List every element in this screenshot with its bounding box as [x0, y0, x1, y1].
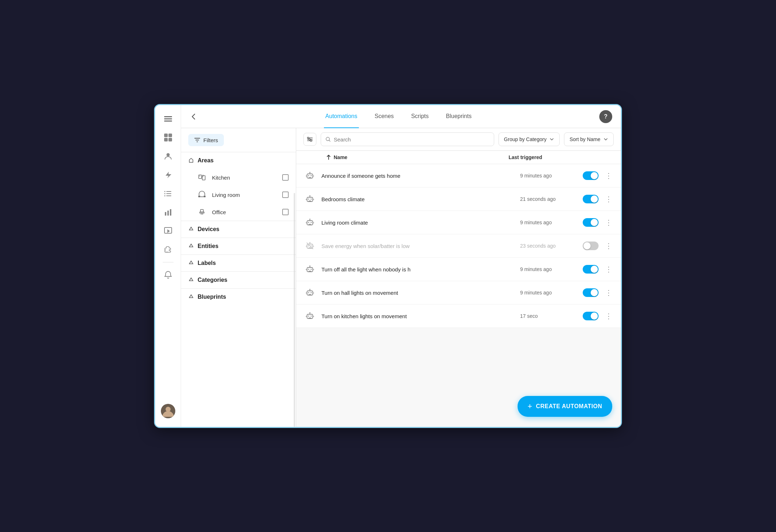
search-box[interactable]: [321, 132, 494, 146]
more-options-button[interactable]: ⋮: [604, 218, 614, 227]
filters-button[interactable]: Filters: [188, 134, 224, 146]
office-checkbox[interactable]: [282, 209, 289, 215]
automation-name: Living room climate: [321, 220, 515, 226]
svg-rect-14: [165, 212, 166, 216]
filter-section-labels: Labels: [181, 254, 296, 271]
filter-item-kitchen[interactable]: Kitchen: [181, 169, 296, 186]
hamburger-menu-icon[interactable]: [160, 111, 176, 127]
svg-point-35: [310, 172, 311, 173]
automation-toggle[interactable]: [583, 288, 599, 297]
filters-header: Filters: [181, 128, 296, 152]
back-button[interactable]: [190, 113, 198, 121]
automation-toggle[interactable]: [583, 265, 599, 274]
svg-point-41: [308, 222, 309, 223]
more-options-button[interactable]: ⋮: [604, 288, 614, 297]
automation-toggle[interactable]: [583, 218, 599, 227]
automation-toggle[interactable]: [583, 171, 599, 180]
living-room-checkbox[interactable]: [282, 191, 289, 198]
create-btn-icon: +: [528, 402, 532, 411]
filter-section-categories: Categories: [181, 271, 296, 288]
svg-rect-9: [166, 193, 171, 194]
svg-point-56: [310, 289, 311, 290]
devices-label: Devices: [198, 226, 220, 233]
svg-rect-0: [164, 116, 172, 117]
svg-point-42: [311, 222, 312, 223]
labels-label: Labels: [198, 260, 216, 266]
categories-section-header[interactable]: Categories: [181, 272, 296, 288]
filter-item-living-room[interactable]: Living room: [181, 186, 296, 203]
automation-name: Announce if someone gets home: [321, 173, 515, 179]
sort-by-label: Sort by Name: [569, 136, 600, 142]
notification-icon[interactable]: [160, 267, 176, 283]
living-room-label: Living room: [212, 192, 277, 198]
tab-blueprints[interactable]: Blueprints: [445, 105, 473, 128]
automation-item: Announce if someone gets home 9 minutes …: [296, 164, 621, 188]
sort-by-dropdown[interactable]: Sort by Name: [564, 132, 614, 146]
svg-rect-21: [199, 175, 202, 179]
create-automation-button[interactable]: + CREATE AUTOMATION: [518, 396, 612, 417]
automation-item: Save energy when solar/batter is low 23 …: [296, 234, 621, 258]
name-column-label: Name: [334, 154, 347, 160]
svg-rect-10: [166, 195, 171, 196]
areas-section-header[interactable]: Areas: [181, 152, 296, 169]
extension-icon[interactable]: [160, 242, 176, 258]
svg-marker-18: [167, 229, 170, 233]
more-options-button[interactable]: ⋮: [604, 242, 614, 250]
lightning-icon[interactable]: [160, 167, 176, 183]
blueprints-section-header[interactable]: Blueprints: [181, 289, 296, 305]
tab-scenes[interactable]: Scenes: [373, 105, 395, 128]
search-input[interactable]: [334, 136, 489, 143]
automation-toggle[interactable]: [583, 312, 599, 320]
tab-scripts[interactable]: Scripts: [410, 105, 430, 128]
svg-point-46: [311, 245, 312, 247]
person-icon[interactable]: [160, 148, 176, 164]
list-header: Name Last triggered: [296, 151, 621, 164]
automation-toggle[interactable]: [583, 242, 599, 250]
automation-name: Turn on kitchen lights on movement: [321, 313, 515, 319]
scroll-indicator: [294, 193, 295, 427]
blueprints-label: Blueprints: [198, 294, 226, 300]
more-options-button[interactable]: ⋮: [604, 312, 614, 320]
more-options-button[interactable]: ⋮: [604, 265, 614, 274]
dashboard-icon[interactable]: [160, 130, 176, 145]
office-label: Office: [212, 209, 277, 215]
toolbar-filter-icon[interactable]: [303, 133, 316, 146]
filter-section-devices: Devices: [181, 221, 296, 238]
svg-point-38: [311, 199, 312, 200]
more-options-button[interactable]: ⋮: [604, 195, 614, 203]
more-options-button[interactable]: ⋮: [604, 171, 614, 180]
automation-name: Bedrooms climate: [321, 196, 515, 202]
help-button[interactable]: ?: [599, 110, 612, 123]
svg-point-12: [164, 193, 165, 194]
svg-rect-27: [200, 209, 203, 212]
svg-point-60: [310, 312, 311, 314]
categories-label: Categories: [198, 277, 227, 283]
sidebar-icon-rail: [155, 105, 181, 427]
svg-rect-6: [168, 138, 172, 141]
svg-point-20: [166, 407, 171, 412]
devices-section-header[interactable]: Devices: [181, 221, 296, 238]
chart-icon[interactable]: [160, 204, 176, 220]
entities-section-header[interactable]: Entities: [181, 238, 296, 254]
automation-toggle[interactable]: [583, 195, 599, 203]
automations-panel: Group by Category Sort by Name Name: [296, 128, 621, 427]
svg-rect-8: [166, 191, 171, 192]
filter-section-blueprints: Blueprints: [181, 288, 296, 305]
svg-rect-2: [164, 121, 172, 122]
media-player-icon[interactable]: [160, 223, 176, 239]
tab-automations[interactable]: Automations: [324, 105, 359, 128]
automation-robot-icon: [303, 193, 316, 206]
kitchen-checkbox[interactable]: [282, 174, 289, 181]
content-area: Filters Areas Kitchen: [181, 128, 621, 427]
automation-item: Bedrooms climate 21 seconds ago ⋮: [296, 188, 621, 211]
labels-section-header[interactable]: Labels: [181, 255, 296, 271]
filter-item-office[interactable]: Office: [181, 203, 296, 221]
navigation-tabs: Automations Scenes Scripts Blueprints: [209, 105, 588, 128]
svg-point-39: [310, 195, 311, 197]
list-icon[interactable]: [160, 186, 176, 202]
automation-robot-icon: [303, 216, 316, 229]
automation-name: Turn on hall lights on movement: [321, 290, 515, 296]
group-by-dropdown[interactable]: Group by Category: [498, 132, 560, 146]
user-avatar[interactable]: [161, 404, 175, 418]
create-btn-label: CREATE AUTOMATION: [536, 403, 602, 410]
